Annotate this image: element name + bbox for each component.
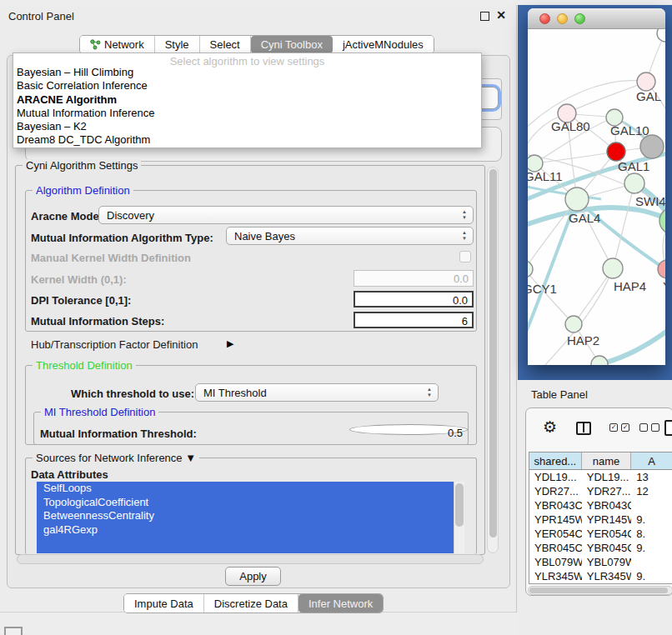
control-panel-titlebar[interactable]: Control Panel ✕ [0,5,516,27]
network-node-gal[interactable] [637,72,655,91]
attribute-item[interactable]: BetweennessCentrality [37,509,464,523]
zoom-traffic-light[interactable] [574,13,585,24]
algorithm-option[interactable]: Basic Correlation Inference [13,79,481,92]
tab-network[interactable]: Network [80,36,155,53]
network-node[interactable] [640,135,664,158]
tab-select[interactable]: Select [200,36,251,53]
table-row[interactable]: YER054CYER054C8. [529,527,672,541]
settings-gear-icon[interactable]: ⚙ [543,419,557,436]
settings-vertical-scrollbar[interactable] [487,167,499,553]
algorithm-option[interactable]: Bayesian – Hill Climbing [13,66,481,79]
close-icon[interactable]: ✕ [496,8,506,22]
network-canvas[interactable]: GALGAL80GAL10GAL1SWI4GAL11GAL4GCY1HAP4YH… [528,29,665,365]
column-layout-icon[interactable] [576,422,591,435]
network-edge[interactable] [528,199,577,269]
table-scrollbar-thumb[interactable] [529,588,668,593]
table-row[interactable]: YPR145WYPR145W9. [529,512,672,527]
network-graph[interactable]: GALGAL80GAL10GAL1SWI4GAL11GAL4GCY1HAP4YH… [528,29,665,365]
table-cell: YDL19... [529,470,582,484]
table-row[interactable]: YBR045CYBR045C9. [529,541,672,555]
algorithm-option[interactable]: Bayesian – K2 [13,120,481,133]
data-attributes-list[interactable]: SelfLoopsTopologicalCoefficientBetweenne… [37,482,464,553]
algorithm-option[interactable]: ARACNE Algorithm [13,93,481,107]
screen: Control Panel ✕ NetworkStyleSelectCyni T… [0,0,672,635]
attributes-scrollbar[interactable] [454,482,464,553]
select-all-columns-icon[interactable]: ✓✓ [609,423,629,432]
table-row[interactable]: YDL19...YDL19...13 [529,470,672,484]
threshold-definition-title: Threshold Definition [33,359,136,372]
table-row[interactable]: YBL079WYBL079W [529,555,672,569]
algorithm-option[interactable]: Dream8 DC_TDC Algorithm [13,133,481,147]
tab-jactivemnodules[interactable]: jActiveMNodules [333,36,434,53]
table-cell: YPR145W [582,512,632,527]
collapse-right-icon[interactable]: ▶ [227,338,233,349]
minimize-traffic-light[interactable] [557,13,568,24]
mi-type-label: Mutual Information Algorithm Type: [31,232,213,244]
hub-section-label[interactable]: Hub/Transcription Factor Definition [31,338,198,351]
table-cell: YBR045C [529,541,582,555]
network-node-gcy1[interactable] [528,261,533,278]
table-row[interactable]: YBR043CYBR043C [529,498,672,512]
tab-impute-data[interactable]: Impute Data [124,594,204,612]
table-row[interactable]: YIL052CYIL052C9 [529,583,672,584]
kernel-width-input[interactable]: 0.0 [354,270,474,287]
float-window-icon[interactable] [480,12,489,21]
deselect-all-columns-icon[interactable] [639,423,659,432]
settings-group-title: Cyni Algorithm Settings [23,159,141,172]
column-header-1[interactable]: shared... [529,452,582,469]
new-column-icon[interactable] [664,420,672,436]
aracne-mode-select[interactable]: Discovery ▲▼ [98,206,474,224]
table-cell: YBR045C [582,541,632,555]
collapsed-panel-icon[interactable] [4,627,23,635]
settings-horizontal-scrollbar[interactable] [17,554,484,564]
network-node-swi4[interactable] [624,173,644,193]
table-row[interactable]: YLR345WYLR345W9. [529,569,672,583]
network-edge-thick[interactable] [599,322,665,364]
network-node-gal1[interactable] [607,142,625,161]
attribute-item[interactable]: TopologicalCoefficient [37,496,464,510]
network-node-gal4[interactable] [565,188,589,211]
column-header-2[interactable]: name [582,452,632,469]
network-edge[interactable] [613,183,634,268]
tab-label: Style [165,38,189,51]
mi-threshold-input[interactable]: 0.5 [349,424,468,435]
tab-discretize-data[interactable]: Discretize Data [204,594,298,612]
combo-arrows-icon: ▲▼ [427,387,432,398]
mi-steps-input[interactable]: 6 [354,312,474,328]
table-row[interactable]: YDR27...YDR27...12 [529,484,672,498]
network-node[interactable] [659,208,665,234]
which-threshold-select[interactable]: MI Threshold ▲▼ [195,383,439,402]
network-edge[interactable] [534,152,616,163]
apply-button[interactable]: Apply [225,567,281,586]
tab-style[interactable]: Style [155,36,200,53]
network-icon [90,39,101,50]
network-node-hap2[interactable] [565,316,582,332]
settings-scrollbar-thumb[interactable] [489,169,497,538]
algorithm-option[interactable]: Mutual Information Inference [13,107,481,120]
attribute-item[interactable]: SelfLoops [37,482,464,496]
network-node-hap4[interactable] [603,258,623,278]
attributes-scrollbar-thumb[interactable] [455,483,464,527]
close-traffic-light[interactable] [539,13,550,24]
column-header-3[interactable]: A [631,452,672,469]
network-node[interactable] [591,356,608,365]
network-node-y[interactable] [658,260,665,278]
network-window-titlebar[interactable] [528,8,665,29]
combo-arrows-icon: ▲▼ [462,230,467,242]
expand-down-icon[interactable]: ▼ [185,452,196,464]
table-cell: YBL079W [529,555,582,569]
attribute-item[interactable]: gal4RGexp [37,523,464,538]
table-horizontal-scrollbar[interactable] [528,586,672,595]
algorithm-dropdown-list[interactable]: Select algorithm to view settings Bayesi… [13,52,482,148]
dpi-tolerance-input[interactable]: 0.0 [354,291,474,308]
manual-kernel-label: Manual Kernel Width Definition [31,252,191,264]
network-edge[interactable] [528,269,574,324]
network-node[interactable] [657,29,665,42]
mi-threshold-group-title: MI Threshold Definition [41,406,158,418]
manual-kernel-checkbox[interactable] [459,251,471,262]
network-edge[interactable] [567,82,646,113]
mi-type-select[interactable]: Naive Bayes ▲▼ [226,227,474,245]
aracne-mode-label: Aracne Mode: [31,210,103,222]
tab-infer-network[interactable]: Infer Network [298,594,383,612]
tab-cyni-toolbox[interactable]: Cyni Toolbox [251,36,333,53]
